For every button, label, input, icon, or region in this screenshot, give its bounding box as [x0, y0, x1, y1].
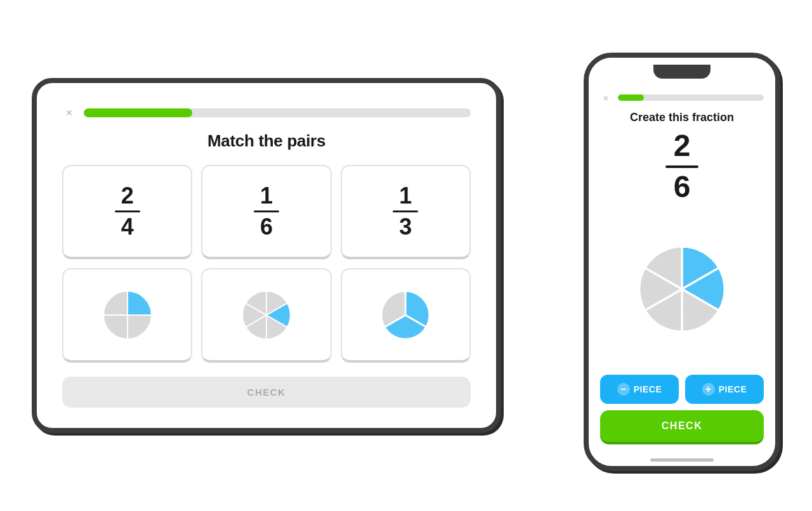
phone-fraction-line	[665, 165, 698, 168]
phone-notch-area	[589, 58, 775, 86]
fraction-line	[393, 210, 418, 212]
phone-progress-bar	[618, 94, 764, 101]
fraction-num: 1	[260, 183, 273, 209]
fraction-1-3: 1 3	[393, 183, 418, 239]
phone-fraction: 2 6	[600, 129, 764, 204]
scene: × Match the pairs 2 4 1 6	[32, 27, 780, 484]
phone: × Create this fraction 2 6	[584, 53, 780, 471]
tablet-title: Match the pairs	[62, 131, 471, 151]
home-bar	[650, 458, 714, 462]
card-pie-1-6[interactable]	[201, 268, 331, 363]
card-fraction-1-3[interactable]: 1 3	[341, 165, 471, 259]
tablet-progress-bar	[84, 108, 471, 117]
phone-check-button[interactable]: CHECK	[600, 410, 764, 444]
minus-icon: −	[617, 383, 630, 396]
fraction-2-4: 2 4	[115, 183, 140, 239]
phone-top-bar: ×	[600, 92, 764, 103]
tablet-close-button[interactable]: ×	[62, 106, 76, 120]
pie-chart-1-6	[238, 287, 295, 344]
cards-grid: 2 4 1 6 1 3	[62, 165, 471, 363]
fraction-den: 4	[121, 214, 134, 240]
phone-title: Create this fraction	[600, 111, 764, 124]
phone-fraction-display: 2 6	[600, 129, 764, 204]
phone-close-button[interactable]: ×	[600, 92, 612, 103]
fraction-line	[115, 210, 140, 212]
phone-fraction-den: 6	[674, 171, 691, 204]
plus-icon: +	[702, 383, 715, 396]
phone-home-indicator	[589, 453, 775, 466]
fraction-1-6: 1 6	[254, 183, 279, 239]
plus-piece-label: PIECE	[719, 384, 747, 394]
phone-notch	[653, 65, 710, 79]
card-fraction-1-6[interactable]: 1 6	[201, 165, 331, 259]
card-fraction-2-4[interactable]: 2 4	[62, 165, 192, 259]
tablet-check-button[interactable]: CHECK	[62, 377, 471, 408]
phone-pie-chart	[631, 238, 733, 340]
tablet-progress-fill	[84, 108, 192, 117]
fraction-den: 6	[260, 214, 273, 240]
fraction-num: 1	[399, 183, 412, 209]
phone-pie-area	[600, 213, 764, 366]
fraction-line	[254, 210, 279, 212]
phone-progress-fill	[618, 94, 644, 101]
phone-piece-buttons: − PIECE + PIECE	[600, 375, 764, 404]
pie-chart-2-3	[377, 287, 434, 344]
card-pie-1-4[interactable]	[62, 268, 192, 363]
plus-piece-button[interactable]: + PIECE	[685, 375, 764, 404]
minus-piece-label: PIECE	[634, 384, 662, 394]
minus-piece-button[interactable]: − PIECE	[600, 375, 679, 404]
phone-content: × Create this fraction 2 6	[589, 86, 775, 453]
fraction-den: 3	[399, 214, 412, 240]
tablet: × Match the pairs 2 4 1 6	[32, 78, 501, 433]
phone-fraction-num: 2	[674, 129, 691, 163]
fraction-num: 2	[121, 183, 134, 209]
tablet-top-bar: ×	[62, 106, 471, 120]
pie-chart-1-4	[99, 287, 156, 344]
card-pie-2-3[interactable]	[341, 268, 471, 363]
